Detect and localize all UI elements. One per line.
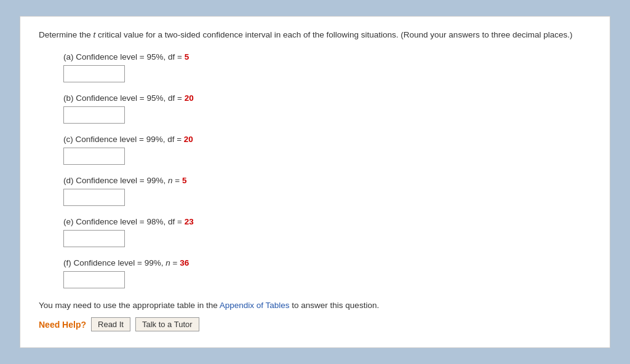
part-d-label: (d) Confidence level = 99%, n = 5 [63,176,591,185]
part-f-n: n [165,258,170,267]
need-help-label: Need Help? [39,320,86,330]
problem-intro: Determine the t critical value for a two… [39,29,591,41]
part-b-input[interactable] [63,106,125,124]
part-d-n: n [168,176,173,185]
main-container: Determine the t critical value for a two… [20,16,610,348]
part-b: (b) Confidence level = 95%, df = 20 [63,93,591,124]
part-d-input[interactable] [63,189,125,206]
read-it-button[interactable]: Read It [91,317,130,331]
t-variable: t [94,30,96,39]
part-d: (d) Confidence level = 99%, n = 5 [63,176,591,206]
part-a-label: (a) Confidence level = 95%, df = 5 [63,52,591,61]
part-c-label: (c) Confidence level = 99%, df = 20 [63,135,591,144]
part-c-input[interactable] [63,148,125,165]
appendix-link[interactable]: Appendix of Tables [220,301,290,310]
part-a-input[interactable] [63,65,125,82]
part-e: (e) Confidence level = 98%, df = 23 [63,217,591,247]
part-c-highlight: 20 [184,135,193,144]
part-f-highlight: 36 [180,258,189,267]
help-row: Need Help? Read It Talk to a Tutor [39,317,591,331]
part-a: (a) Confidence level = 95%, df = 5 [63,52,591,82]
part-f: (f) Confidence level = 99%, n = 36 [63,258,591,288]
part-e-label: (e) Confidence level = 98%, df = 23 [63,217,591,226]
part-f-input[interactable] [63,271,125,288]
part-d-highlight: 5 [182,176,187,185]
part-a-highlight: 5 [185,52,189,61]
talk-to-tutor-button[interactable]: Talk to a Tutor [135,317,199,331]
part-b-highlight: 20 [185,93,194,103]
part-b-label: (b) Confidence level = 95%, df = 20 [63,93,591,103]
part-f-label: (f) Confidence level = 99%, n = 36 [63,258,591,267]
footer-text: You may need to use the appropriate tabl… [39,301,591,310]
part-c: (c) Confidence level = 99%, df = 20 [63,135,591,165]
part-e-input[interactable] [63,230,125,247]
part-e-highlight: 23 [185,217,194,226]
